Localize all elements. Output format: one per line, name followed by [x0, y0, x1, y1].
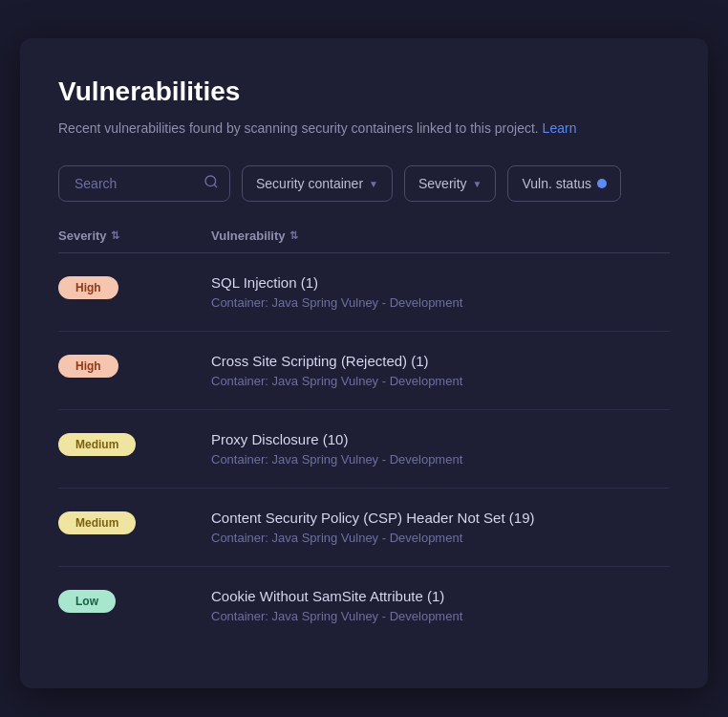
sort-icon: ⇅	[111, 229, 119, 242]
severity-badge: Medium	[58, 511, 136, 534]
severity-cell: High	[58, 353, 211, 378]
status-indicator	[597, 179, 607, 188]
severity-dropdown[interactable]: Severity ▼	[404, 165, 496, 202]
vuln-container: Container: Java Spring Vulney - Developm…	[211, 452, 670, 467]
vuln-name: Proxy Disclosure (10)	[211, 431, 670, 447]
severity-cell: Medium	[58, 431, 211, 456]
page-title: Vulnerabilities	[58, 76, 670, 107]
vuln-name: Cookie Without SamSite Attribute (1)	[211, 588, 670, 604]
vuln-container: Container: Java Spring Vulney - Developm…	[211, 295, 670, 310]
severity-badge: Low	[58, 590, 116, 613]
vuln-status-dropdown[interactable]: Vuln. status	[507, 165, 621, 202]
severity-badge: High	[58, 276, 118, 299]
vuln-name: Cross Site Scripting (Rejected) (1)	[211, 353, 670, 369]
learn-more-link[interactable]: Learn	[543, 120, 577, 136]
severity-cell: High	[58, 274, 211, 299]
vuln-container: Container: Java Spring Vulney - Developm…	[211, 374, 670, 388]
vuln-container: Container: Java Spring Vulney - Developm…	[211, 531, 670, 545]
table-row[interactable]: Medium Proxy Disclosure (10) Container: …	[58, 410, 670, 489]
severity-cell: Medium	[58, 510, 211, 534]
vuln-cell: Proxy Disclosure (10) Container: Java Sp…	[211, 431, 670, 467]
vuln-cell: Cookie Without SamSite Attribute (1) Con…	[211, 588, 670, 623]
vuln-cell: SQL Injection (1) Container: Java Spring…	[211, 274, 670, 310]
severity-badge: Medium	[58, 433, 136, 456]
vuln-cell: Cross Site Scripting (Rejected) (1) Cont…	[211, 353, 670, 388]
main-panel: Vulnerabilities Recent vulnerabilities f…	[20, 38, 708, 688]
vuln-cell: Content Security Policy (CSP) Header Not…	[211, 510, 670, 545]
sort-icon: ⇅	[289, 229, 298, 242]
severity-badge: High	[58, 355, 118, 378]
table-row[interactable]: Low Cookie Without SamSite Attribute (1)…	[58, 567, 670, 644]
table-header: Severity ⇅ Vulnerability ⇅	[58, 228, 670, 253]
chevron-down-icon: ▼	[473, 179, 482, 189]
chevron-down-icon: ▼	[369, 179, 378, 189]
search-input[interactable]	[58, 165, 230, 202]
search-wrapper	[58, 165, 230, 202]
severity-cell: Low	[58, 588, 211, 613]
col-severity-header: Severity ⇅	[58, 228, 211, 243]
filter-bar: Security container ▼ Severity ▼ Vuln. st…	[58, 165, 670, 202]
vuln-table-body: High SQL Injection (1) Container: Java S…	[58, 253, 670, 644]
vuln-container: Container: Java Spring Vulney - Developm…	[211, 609, 670, 623]
table-row[interactable]: High Cross Site Scripting (Rejected) (1)…	[58, 332, 670, 410]
table-row[interactable]: High SQL Injection (1) Container: Java S…	[58, 253, 670, 332]
col-vulnerability-header: Vulnerability ⇅	[211, 228, 670, 243]
page-subtitle: Recent vulnerabilities found by scanning…	[58, 119, 670, 139]
vuln-name: Content Security Policy (CSP) Header Not…	[211, 510, 670, 526]
security-container-dropdown[interactable]: Security container ▼	[242, 165, 393, 202]
vuln-name: SQL Injection (1)	[211, 274, 670, 291]
table-row[interactable]: Medium Content Security Policy (CSP) Hea…	[58, 489, 670, 567]
